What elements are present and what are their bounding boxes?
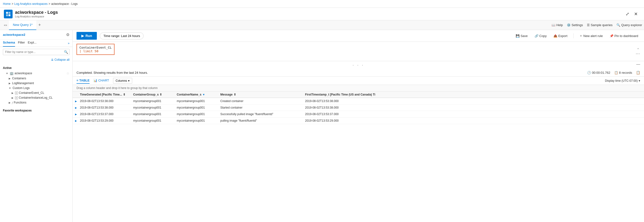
new-alert-button[interactable]: ＋ New alert rule <box>578 33 605 39</box>
breadcrumb-current: aciworkspace - Logs <box>51 2 78 5</box>
expand-up-button[interactable]: ⌃ <box>636 48 640 52</box>
restore-button[interactable]: ⤢ <box>623 10 632 18</box>
records-item: 📋 8 records <box>614 71 632 74</box>
sidebar-settings-button[interactable]: ⚙ <box>66 32 70 37</box>
breadcrumb-workspaces[interactable]: Log Analytics workspaces <box>14 2 48 5</box>
app-icon <box>4 10 12 18</box>
sidebar-content: Active ▼ 🏢 aciworkspace ☆ ▶ Containers ▶… <box>0 63 72 222</box>
th-timegenerated[interactable]: TimeGenerated [Pacific Time... ⇕ <box>78 91 131 98</box>
search-icon: 🔍 <box>64 50 68 54</box>
th-firsttimestamp-label: FirstTimestamp_t [Pacific Time (US and C… <box>305 93 375 96</box>
query-line1: ContainerEvent_CL <box>80 46 112 49</box>
tab-filter[interactable]: Filter <box>18 40 25 47</box>
sidebar-collapse-button[interactable]: » <box>68 42 70 45</box>
pin-dashboard-button[interactable]: 📌 Pin to dashboard <box>608 33 640 39</box>
sidebar-item-workspace[interactable]: ▼ 🏢 aciworkspace ☆ <box>0 71 72 76</box>
toolbar-divider <box>573 33 574 38</box>
add-tab-button[interactable]: + <box>36 22 43 27</box>
expand-dots: ••• <box>636 52 640 55</box>
help-button[interactable]: 📖 Help <box>552 23 563 27</box>
cell-message-1: Created container <box>218 98 303 104</box>
chevron-down-icon: ▾ <box>128 79 130 82</box>
sidebar-collapse-icon[interactable]: «» <box>2 23 9 27</box>
tab-bar: «» New Query 1* + 📖 Help ⚙️ Settings ☰ S… <box>0 20 644 30</box>
tab-new-query[interactable]: New Query 1* <box>9 20 36 30</box>
table-icon: ≡ <box>76 79 78 82</box>
toolbar: ▶ Run Time range: Last 24 hours 💾 Save 🔗… <box>73 30 644 42</box>
search-input[interactable] <box>3 49 70 55</box>
chart-icon: 📊 <box>94 79 97 82</box>
query-line2: | limit 50 <box>80 49 112 53</box>
tab-schema[interactable]: Schema <box>3 40 15 47</box>
th-containergroup[interactable]: ContainerGroup_s ⇕ <box>131 91 174 98</box>
sidebar-item-functions[interactable]: ▶ 𝑓 Functions <box>0 100 72 105</box>
sidebar-item-containerinstancelog[interactable]: ▶ ≡ ContainerInstanceLog_CL <box>0 95 72 100</box>
containerinstancelog-item-label: ContainerInstanceLog_CL <box>19 96 52 99</box>
row-expand-3[interactable]: ▶ <box>75 113 77 116</box>
window-controls: ⤢ ✕ <box>623 10 640 18</box>
query-editor[interactable]: ContainerEvent_CL | limit 50 ⌃ ••• <box>73 42 644 61</box>
th-containergroup-label: ContainerGroup_s <box>133 93 158 96</box>
row-expand-4[interactable]: ▶ <box>75 119 77 122</box>
th-timegenerated-label: TimeGenerated [Pacific Time... <box>80 93 122 96</box>
close-button[interactable]: ✕ <box>632 10 640 18</box>
table-row: ▶ 2019-08-02T13:53:37.000 mycontainergro… <box>73 111 644 118</box>
breadcrumb-home[interactable]: Home <box>3 2 11 5</box>
run-button[interactable]: ▶ Run <box>76 32 97 40</box>
save-icon: 💾 <box>516 34 520 38</box>
expand-arrow-workspace: ▼ <box>6 72 8 75</box>
collapse-editor-button[interactable]: — <box>636 62 640 66</box>
status-text: Completed. Showing results from the last… <box>76 71 148 74</box>
export-icon: 📤 <box>554 34 557 38</box>
columns-button[interactable]: Columns ▾ <box>113 78 132 84</box>
sidebar-item-customlogs[interactable]: ▼ Custom Logs <box>0 86 72 90</box>
sidebar-actions: ⇊ Collapse all <box>0 57 72 63</box>
save-button[interactable]: 💾 Save <box>514 33 530 39</box>
editor-resize-handle[interactable]: · · · — <box>73 61 644 69</box>
tab-explore[interactable]: Expl... <box>28 40 36 47</box>
sidebar-item-logmanagement[interactable]: ▶ LogManagement <box>0 81 72 86</box>
tab-table[interactable]: ≡ TABLE <box>76 78 90 84</box>
cell-time-4: 2019-08-02T13:53:29.000 <box>78 118 131 124</box>
cell-cname-4: mycontainergroup001 <box>174 118 218 124</box>
logmanagement-item-label: LogManagement <box>12 81 34 85</box>
row-expand-1[interactable]: ▶ <box>75 100 77 103</box>
copy-results-button[interactable]: 📋 <box>636 71 640 74</box>
settings-button[interactable]: ⚙️ Settings <box>567 23 583 27</box>
th-containername-label: ContainerName_s <box>177 93 202 96</box>
collapse-all-button[interactable]: ⇊ Collapse all <box>51 58 70 61</box>
collapse-icon: ⇊ <box>51 58 54 61</box>
query-explorer-button[interactable]: 🔍 Query explorer <box>616 23 642 27</box>
svg-rect-3 <box>8 14 10 16</box>
sample-queries-button[interactable]: ☰ Sample queries <box>587 23 612 27</box>
th-containername[interactable]: ContainerName_s ▼ <box>174 91 218 98</box>
sidebar: aciworkspace2 ⚙ Schema Filter Expl... » … <box>0 30 73 222</box>
time-range-button[interactable]: Time range: Last 24 hours <box>100 32 144 39</box>
favorite-star[interactable]: ☆ <box>66 71 70 75</box>
cell-cgroup-3: mycontainergroup001 <box>131 111 174 118</box>
sidebar-item-containers[interactable]: ▶ Containers <box>0 76 72 81</box>
row-expand-2[interactable]: ▶ <box>75 106 77 109</box>
containerevent-item-label: ContainerEvent_CL <box>19 91 44 95</box>
page-subtitle: Log Analytics workspace <box>15 15 58 18</box>
th-message[interactable]: Message ⇕ <box>218 91 303 98</box>
th-firsttimestamp[interactable]: FirstTimestamp_t [Pacific Time (US and C… <box>303 91 644 98</box>
th-expand <box>73 91 78 98</box>
th-containername-filter[interactable]: ▼ <box>202 93 205 96</box>
status-right: 🕐 00:00:01.762 📋 8 records 📋 <box>587 71 640 74</box>
cell-message-4: pulling image "fluent/fluentd" <box>218 118 303 124</box>
table-container: TimeGenerated [Pacific Time... ⇕ Contain… <box>73 91 644 222</box>
sidebar-item-containerevent[interactable]: ▶ ≡ ContainerEvent_CL <box>0 90 72 95</box>
display-time-label: Display time (UTC-07:00) <box>605 79 638 82</box>
expand-arrow-containerevent: ▶ <box>12 92 14 94</box>
export-button[interactable]: 📤 Export <box>552 33 570 39</box>
display-time: Display time (UTC-07:00) ▾ <box>605 79 640 82</box>
workspace-name[interactable]: aciworkspace2 <box>3 33 26 36</box>
tab-label: New Query 1* <box>13 23 32 27</box>
tab-chart[interactable]: 📊 CHART <box>94 78 109 84</box>
cell-firstts-1: 2019-08-02T13:53:38.000 <box>303 98 644 104</box>
sidebar-tab-row: Schema Filter Expl... » <box>0 40 72 47</box>
copy-button[interactable]: 🔗 Copy <box>533 33 548 39</box>
columns-label: Columns <box>116 79 127 82</box>
tab-right-icons: 📖 Help ⚙️ Settings ☰ Sample queries 🔍 Qu… <box>552 23 642 27</box>
